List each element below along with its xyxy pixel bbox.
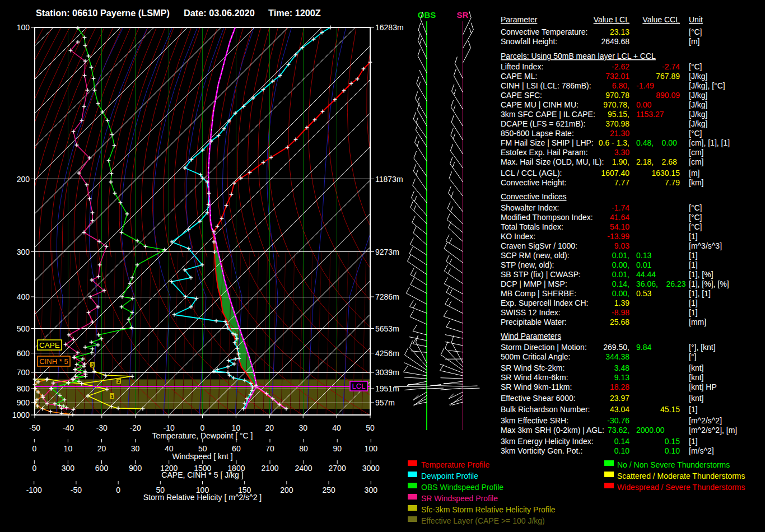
svg-text:[knt]: [knt]	[689, 373, 703, 382]
svg-text:10: 10	[64, 444, 73, 453]
svg-text:[knt]: [knt]	[689, 394, 703, 403]
svg-text:73.62,: 73.62,	[608, 426, 629, 435]
svg-text:SCP RM (new, old):: SCP RM (new, old):	[501, 251, 570, 260]
svg-text:-50: -50	[71, 486, 82, 494]
svg-text:957m: 957m	[375, 398, 395, 407]
svg-text:3.30: 3.30	[614, 148, 629, 157]
svg-text:2.18,: 2.18,	[636, 157, 654, 166]
svg-text:[°C]: [°C]	[689, 62, 702, 71]
svg-text:1630.15: 1630.15	[651, 169, 680, 178]
svg-text:7.79: 7.79	[665, 178, 680, 187]
svg-text:SR Wind 9km-11km:: SR Wind 9km-11km:	[501, 382, 572, 391]
svg-text:[m^3/s^3]: [m^3/s^3]	[689, 241, 722, 250]
svg-text:Storm Relative Helicity [ m^2: Storm Relative Helicity [ m^2/s^2 ]	[143, 493, 262, 502]
svg-text:90: 90	[333, 444, 342, 453]
svg-text:CINH | LSI (LCL: 786mB):: CINH | LSI (LCL: 786mB):	[501, 81, 591, 90]
svg-text:[km]: [km]	[689, 178, 703, 187]
svg-text:732.01: 732.01	[605, 72, 629, 81]
svg-text:100: 100	[365, 444, 378, 453]
svg-text:Precipitable Water:: Precipitable Water:	[501, 318, 567, 326]
svg-text:0: 0	[32, 464, 36, 473]
svg-text:0.48,: 0.48,	[636, 138, 654, 147]
svg-text:18.28: 18.28	[610, 382, 629, 391]
svg-text:SWISS 12 Index:: SWISS 12 Index:	[501, 308, 561, 317]
svg-text:Craven SigSvr / 1000:: Craven SigSvr / 1000:	[501, 241, 577, 250]
svg-text:Convective Indices: Convective Indices	[501, 192, 567, 201]
svg-text:3km Energy Helicity Index:: 3km Energy Helicity Index:	[501, 437, 594, 446]
svg-text:CINH * 5: CINH * 5	[39, 357, 68, 366]
svg-text:300: 300	[365, 486, 378, 494]
svg-text:45.15: 45.15	[660, 405, 680, 414]
svg-text:0.01: 0.01	[636, 260, 651, 269]
svg-text:25.68: 25.68	[610, 318, 629, 326]
svg-text:[1]: [1]	[689, 308, 698, 317]
svg-text:[°C]: [°C]	[689, 129, 702, 138]
svg-text:40: 40	[332, 423, 341, 432]
svg-text:-1.74: -1.74	[612, 203, 629, 212]
svg-text:Showalter Index:: Showalter Index:	[501, 203, 559, 212]
svg-text:43.04: 43.04	[610, 405, 629, 414]
svg-text:[1]: [1]	[689, 251, 698, 260]
svg-text:Total Totals Index:: Total Totals Index:	[501, 222, 563, 231]
svg-text:[°C]: [°C]	[689, 222, 702, 231]
svg-text:900: 900	[17, 398, 30, 407]
svg-text:Widespread / Severe Thundersto: Widespread / Severe Thunderstorms	[617, 483, 745, 492]
svg-text:800: 800	[17, 384, 30, 393]
svg-text:700: 700	[17, 368, 30, 377]
svg-text:30: 30	[131, 444, 140, 453]
svg-text:1000: 1000	[12, 410, 30, 419]
svg-text:SR: SR	[457, 10, 469, 20]
svg-text:60: 60	[232, 444, 241, 453]
svg-text:FM Hail Size | SHIP | LHP:: FM Hail Size | SHIP | LHP:	[501, 138, 594, 147]
svg-text:Time: 1200Z: Time: 1200Z	[268, 8, 321, 18]
svg-text:-2.74: -2.74	[662, 62, 680, 71]
svg-text:Sfc-3km Storm Relative Helicit: Sfc-3km Storm Relative Helicity Profile	[421, 505, 556, 514]
svg-text:-13.99: -13.99	[607, 232, 629, 241]
svg-text:-30.76: -30.76	[607, 416, 629, 425]
svg-text:Date: 03.06.2020: Date: 03.06.2020	[184, 8, 255, 18]
svg-text:Modified Thompson Index:: Modified Thompson Index:	[501, 213, 593, 222]
svg-text:[1]: [1]	[689, 260, 698, 269]
svg-text:3: 3	[91, 362, 94, 368]
svg-text:-100: -100	[26, 486, 42, 494]
svg-text:Convective Height:: Convective Height:	[501, 178, 567, 187]
svg-text:269.50,: 269.50,	[603, 343, 629, 352]
svg-text:1.39: 1.39	[614, 298, 629, 307]
svg-text:850-600 Lapse Rate:: 850-600 Lapse Rate:	[501, 129, 574, 138]
svg-text:344.38: 344.38	[605, 352, 629, 361]
svg-text:20: 20	[265, 423, 274, 432]
svg-text:-2.62: -2.62	[612, 62, 629, 71]
svg-text:1.90,: 1.90,	[612, 157, 629, 166]
svg-text:Parcels: Using 50mB mean layer: Parcels: Using 50mB mean layer LCL + CCL	[501, 52, 656, 60]
svg-text:200: 200	[280, 486, 293, 494]
svg-text:0.13: 0.13	[636, 251, 651, 260]
svg-text:[°], [knt]: [°], [knt]	[689, 343, 716, 352]
svg-text:[J/kg]: [J/kg]	[689, 91, 707, 100]
svg-text:9273m: 9273m	[375, 248, 399, 256]
svg-text:[1], [%]: [1], [%]	[689, 270, 713, 279]
svg-text:100: 100	[17, 23, 30, 32]
svg-text:767.89: 767.89	[656, 72, 680, 81]
svg-text:CAPE MU | CINH MU:: CAPE MU | CINH MU:	[501, 100, 579, 109]
svg-text:-1.49: -1.49	[636, 81, 654, 90]
svg-text:9.03: 9.03	[614, 241, 629, 250]
svg-text:Storm Direction | Motion:: Storm Direction | Motion:	[501, 343, 587, 352]
svg-text:-20: -20	[130, 423, 141, 432]
svg-text:OBS Windspeed Profile: OBS Windspeed Profile	[421, 483, 503, 492]
svg-text:0.53: 0.53	[636, 289, 651, 298]
svg-text:370.98: 370.98	[605, 119, 629, 128]
svg-text:2100: 2100	[261, 464, 278, 473]
svg-text:SR Wind 4km-6km:: SR Wind 4km-6km:	[501, 373, 568, 382]
svg-text:Parameter: Parameter	[501, 15, 538, 24]
svg-text:36.06,: 36.06,	[636, 279, 658, 288]
svg-text:1153.27: 1153.27	[636, 110, 664, 119]
svg-text:[m^2/s^2]: [m^2/s^2]	[689, 416, 722, 425]
svg-text:[1]: [1]	[689, 405, 698, 414]
svg-text:0.00,: 0.00,	[612, 289, 629, 298]
svg-text:44.44: 44.44	[636, 270, 656, 279]
svg-text:3039m: 3039m	[375, 368, 399, 377]
svg-text:0: 0	[32, 444, 36, 453]
svg-text:4256m: 4256m	[375, 349, 399, 358]
svg-text:0.14,: 0.14,	[612, 279, 629, 288]
svg-text:-40: -40	[63, 423, 74, 432]
